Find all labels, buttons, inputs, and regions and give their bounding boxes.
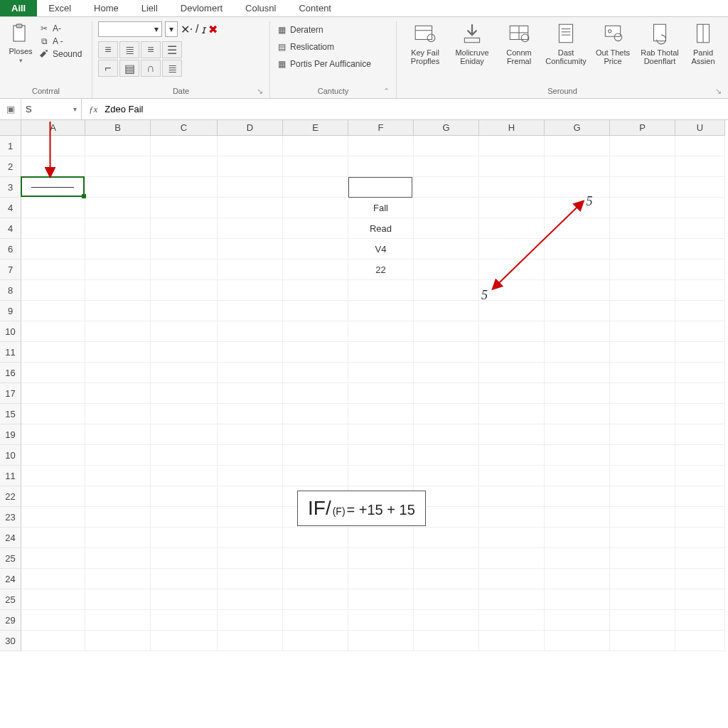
cell[interactable]: [21, 321, 85, 342]
cell[interactable]: [218, 321, 283, 342]
cell[interactable]: [348, 280, 414, 301]
cell[interactable]: [151, 301, 218, 321]
cell[interactable]: [21, 342, 85, 363]
cell[interactable]: [21, 569, 85, 589]
cell[interactable]: [85, 259, 151, 280]
tab-devlomert[interactable]: Devlomert: [169, 0, 234, 16]
cell[interactable]: [85, 424, 151, 445]
spreadsheet[interactable]: ABCDEFGHGPU 1234467891011161715191011222…: [0, 120, 728, 728]
row-header[interactable]: 4: [0, 218, 21, 239]
cell[interactable]: [414, 301, 479, 321]
cell[interactable]: [610, 156, 675, 177]
cell[interactable]: [218, 631, 283, 651]
cell[interactable]: [545, 424, 610, 445]
cell[interactable]: [545, 528, 610, 548]
cell[interactable]: [545, 198, 610, 218]
namebox-icon[interactable]: ▣: [0, 99, 21, 119]
cell[interactable]: 22: [348, 259, 414, 280]
column-header[interactable]: D: [218, 120, 283, 136]
cell[interactable]: [545, 548, 610, 569]
tab-colusnl[interactable]: Colusnl: [234, 0, 287, 16]
select-all-corner[interactable]: [0, 120, 21, 136]
cell[interactable]: [675, 363, 725, 383]
cell[interactable]: [675, 466, 725, 486]
cell[interactable]: [610, 610, 675, 631]
cell[interactable]: [218, 198, 283, 218]
cell[interactable]: [675, 445, 725, 466]
cell[interactable]: [21, 156, 85, 177]
styles-btn-5[interactable]: Out Thets Price: [590, 21, 636, 65]
cell[interactable]: [610, 383, 675, 404]
row-header[interactable]: 23: [0, 507, 21, 528]
tab-excel[interactable]: Excel: [37, 0, 82, 16]
cell[interactable]: [675, 589, 725, 610]
cell[interactable]: [479, 569, 545, 589]
cell[interactable]: [21, 136, 85, 156]
cut-button[interactable]: ✂ A-: [38, 23, 82, 34]
cell[interactable]: [675, 218, 725, 239]
align-left-icon[interactable]: ≡: [98, 41, 118, 58]
cell[interactable]: [283, 404, 348, 424]
cell[interactable]: [675, 507, 725, 528]
cell[interactable]: [545, 610, 610, 631]
cell[interactable]: [348, 610, 414, 631]
cell[interactable]: [414, 424, 479, 445]
cell[interactable]: [610, 424, 675, 445]
row-header[interactable]: 10: [0, 445, 21, 466]
cell[interactable]: [151, 589, 218, 610]
cell[interactable]: [479, 239, 545, 259]
cell[interactable]: [218, 156, 283, 177]
font-size-selector[interactable]: ▾: [165, 21, 178, 37]
cell[interactable]: [151, 383, 218, 404]
cell[interactable]: [610, 404, 675, 424]
format-painter-button[interactable]: Seound: [38, 48, 82, 60]
cell[interactable]: [151, 631, 218, 651]
cell[interactable]: [218, 424, 283, 445]
cell[interactable]: [414, 177, 479, 198]
cell[interactable]: [283, 177, 348, 198]
cell[interactable]: [218, 528, 283, 548]
row-header[interactable]: 30: [0, 631, 21, 651]
cell[interactable]: [21, 301, 85, 321]
cell[interactable]: [545, 383, 610, 404]
column-header[interactable]: B: [85, 120, 151, 136]
cell[interactable]: [21, 631, 85, 651]
cell[interactable]: [348, 528, 414, 548]
cell[interactable]: [610, 486, 675, 507]
cell[interactable]: [348, 342, 414, 363]
close-icon[interactable]: ✖: [208, 23, 218, 36]
tab-aill[interactable]: Aill: [0, 0, 37, 16]
align-bottom-icon[interactable]: ∩: [141, 60, 161, 77]
cell[interactable]: [21, 507, 85, 528]
cell[interactable]: [479, 136, 545, 156]
cell[interactable]: [21, 589, 85, 610]
cell[interactable]: [675, 177, 725, 198]
cell[interactable]: [151, 404, 218, 424]
cell[interactable]: [21, 383, 85, 404]
cell[interactable]: [414, 383, 479, 404]
cell[interactable]: [479, 301, 545, 321]
cell[interactable]: [218, 136, 283, 156]
cell[interactable]: [414, 528, 479, 548]
cell[interactable]: Read: [348, 218, 414, 239]
cell[interactable]: [21, 548, 85, 569]
cell[interactable]: [218, 445, 283, 466]
row-header[interactable]: 4: [0, 198, 21, 218]
cell[interactable]: [545, 466, 610, 486]
row-header[interactable]: 1: [0, 136, 21, 156]
row-header[interactable]: 11: [0, 466, 21, 486]
cell[interactable]: [675, 259, 725, 280]
cell[interactable]: [151, 486, 218, 507]
row-header[interactable]: 16: [0, 363, 21, 383]
cell[interactable]: [545, 156, 610, 177]
cell[interactable]: [85, 301, 151, 321]
strike-icon[interactable]: ✕·: [181, 23, 193, 36]
row-header[interactable]: 3: [0, 177, 21, 198]
cell[interactable]: [545, 280, 610, 301]
cell[interactable]: [675, 548, 725, 569]
cell[interactable]: [675, 486, 725, 507]
cell[interactable]: [414, 198, 479, 218]
column-header[interactable]: P: [610, 120, 675, 136]
cell[interactable]: [218, 259, 283, 280]
cell[interactable]: [479, 218, 545, 239]
